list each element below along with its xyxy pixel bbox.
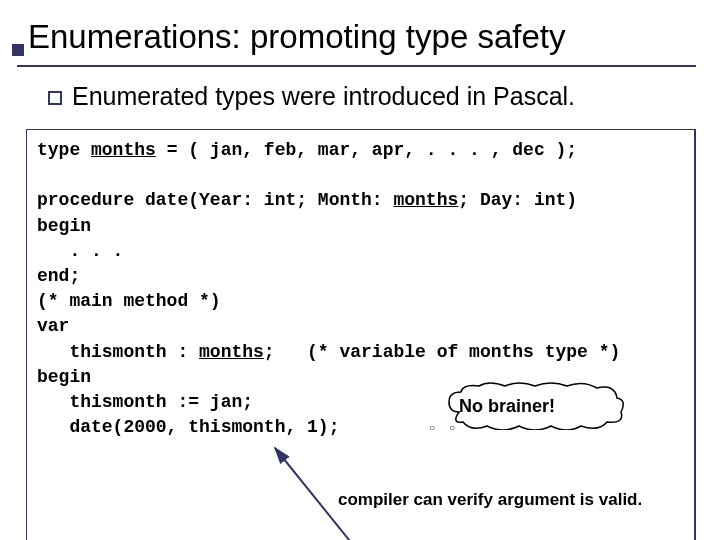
header-accent	[12, 44, 24, 56]
speech-bubble-text: No brainer!	[459, 394, 555, 419]
bubble-tail-dots: ○ ○	[429, 422, 459, 436]
code-line: procedure date(Year: int; Month:	[37, 190, 393, 210]
code-underline: months	[393, 190, 458, 210]
code-block: type months = ( jan, feb, mar, apr, . . …	[26, 129, 696, 540]
code-line: begin	[37, 216, 91, 236]
code-line: date(2000, thismonth, 1);	[37, 417, 339, 437]
slide-body: Enumerated types were introduced in Pasc…	[48, 82, 688, 540]
code-line: ; (* variable of months type *)	[264, 342, 620, 362]
code-line: ; Day: int)	[458, 190, 577, 210]
header-rule	[17, 65, 696, 67]
code-underline: months	[91, 140, 156, 160]
code-line: thismonth :	[37, 342, 199, 362]
code-line: begin	[37, 367, 91, 387]
code-line: (* main method *)	[37, 291, 221, 311]
code-line: thismonth := jan;	[37, 392, 253, 412]
code-underline: months	[199, 342, 264, 362]
code-line: end;	[37, 266, 80, 286]
code-line: = ( jan, feb, mar, apr, . . . , dec );	[156, 140, 577, 160]
caption-text: compiler can verify argument is valid.	[338, 490, 642, 510]
code-line: type	[37, 140, 91, 160]
code-line: . . .	[37, 241, 123, 261]
code-line: var	[37, 316, 69, 336]
bullet-icon	[48, 91, 62, 105]
bullet-text: Enumerated types were introduced in Pasc…	[72, 82, 575, 111]
bullet-item: Enumerated types were introduced in Pasc…	[48, 82, 688, 111]
slide-title: Enumerations: promoting type safety	[28, 18, 565, 56]
